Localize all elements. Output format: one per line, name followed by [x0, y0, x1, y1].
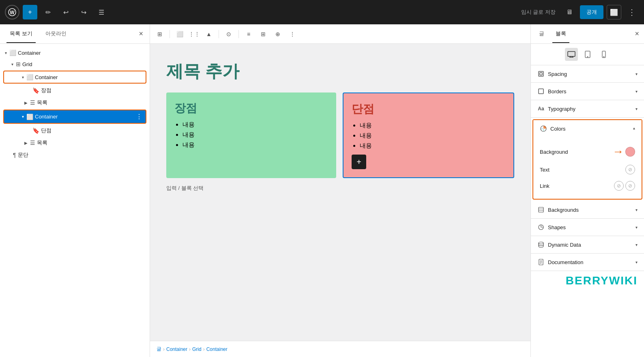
text-color-row: Text ⊘: [540, 161, 635, 178]
green-card[interactable]: 장점 내용 내용 내용: [166, 92, 336, 178]
typography-label: Typography: [548, 106, 575, 112]
breadcrumb-grid[interactable]: Grid: [192, 346, 202, 352]
breadcrumb-container-2[interactable]: Container: [206, 346, 228, 352]
left-panel-tabs: 목록 보기 아웃라인 ×: [0, 24, 150, 44]
background-color-swatch[interactable]: [625, 147, 635, 157]
tree-item-list-2[interactable]: ▶ ☰ 목록: [0, 137, 150, 149]
tree-item-container-1[interactable]: ▾ ⬜ Container: [3, 71, 146, 84]
chevron-down-icon: ▾: [635, 243, 638, 247]
text-color-swatch[interactable]: ⊘: [625, 165, 635, 174]
chevron-down-icon: ▾: [635, 208, 638, 212]
grid-icon: ⊞: [16, 61, 21, 67]
desktop-device-button[interactable]: [565, 48, 578, 61]
tablet-device-button[interactable]: [581, 48, 594, 61]
breadcrumb-container[interactable]: Container: [166, 346, 187, 352]
svg-rect-11: [540, 73, 542, 75]
shapes-icon: [537, 224, 545, 231]
canvas-toolbar: ⊞ ⬜ ⋮⋮ ▲ ⊙ ≡ ⊞ ⊕ ⋮: [150, 24, 530, 44]
more-options-button[interactable]: ⋮: [625, 6, 639, 19]
list-item: 내용: [182, 131, 328, 139]
more-toolbar-button[interactable]: ⋮: [286, 28, 299, 41]
three-dots-icon[interactable]: ⋮: [136, 113, 142, 120]
shapes-header[interactable]: Shapes ▾: [531, 219, 644, 236]
backgrounds-header[interactable]: Backgrounds ▾: [531, 201, 644, 218]
chevron-icon: ▶: [24, 141, 28, 145]
typography-header[interactable]: Aa Typography ▾: [531, 100, 644, 117]
redo-button[interactable]: ↪: [76, 5, 91, 19]
borders-header[interactable]: Borders ▾: [531, 83, 644, 100]
tree-item-danjeom[interactable]: 🔖 단점: [0, 125, 150, 137]
undo-button[interactable]: ↩: [58, 5, 73, 19]
link-color-swatch-2[interactable]: ⊘: [625, 181, 635, 191]
mobile-device-button[interactable]: [597, 48, 610, 61]
green-card-list: 내용 내용 내용: [174, 121, 328, 149]
colors-header[interactable]: Colors ▾: [533, 120, 642, 137]
monitor-icon-button[interactable]: 🖥: [562, 5, 577, 19]
documentation-header[interactable]: Documentation ▾: [531, 254, 644, 271]
canvas-input-hint[interactable]: 입력 / 블록 선택: [166, 185, 204, 192]
svg-rect-14: [539, 207, 543, 212]
tab-list-view[interactable]: 목록 보기: [6, 25, 36, 43]
right-panel: 글 블록 ×: [530, 24, 644, 357]
borders-icon: [537, 88, 545, 95]
tab-post[interactable]: 글: [536, 25, 547, 43]
right-panel-scroll: Spacing ▾ Borders ▾: [531, 65, 644, 357]
separator: [219, 30, 219, 38]
dynamic-data-header[interactable]: Dynamic Data ▾: [531, 236, 644, 253]
wp-logo-icon[interactable]: W: [5, 5, 19, 19]
link-color-swatch-1[interactable]: ⊘: [614, 181, 624, 191]
dynamic-data-section: Dynamic Data ▾: [531, 236, 644, 254]
paragraph-icon: ¶: [13, 152, 16, 158]
chevron-down-icon: ▾: [635, 225, 638, 230]
typography-section: Aa Typography ▾: [531, 100, 644, 118]
list-view-button[interactable]: ☰: [94, 5, 109, 19]
canvas-grid: 장점 내용 내용 내용 단점 내용 내용 내용 +: [166, 92, 514, 178]
right-panel-tabs: 글 블록 ×: [531, 24, 644, 44]
spacing-icon: [537, 70, 545, 77]
page-title[interactable]: 제목 추가: [166, 60, 239, 83]
svg-rect-2: [568, 52, 575, 56]
link-color-row: Link ⊘ ⊘: [540, 178, 635, 194]
svg-point-9: [603, 56, 604, 57]
publish-button[interactable]: 공개: [580, 5, 603, 19]
grid-layout-button[interactable]: ⊞: [257, 28, 270, 41]
add-block-topbar-button[interactable]: +: [23, 5, 37, 19]
grid-view-button[interactable]: ⊞: [153, 28, 166, 41]
select-tool-button[interactable]: ⬜: [173, 28, 186, 41]
add-inner-button[interactable]: ⊕: [271, 28, 284, 41]
background-color-row: Background →: [540, 142, 635, 161]
pencil-button[interactable]: ✏: [41, 5, 55, 19]
align-left-button[interactable]: ≡: [242, 28, 255, 41]
tree-item-grid[interactable]: ▾ ⊞ Grid: [0, 58, 150, 70]
container-icon: ⬜: [9, 49, 16, 56]
dots-grid-button[interactable]: ⋮⋮: [188, 28, 201, 41]
tree-item-jangjeom[interactable]: 🔖 장점: [0, 84, 150, 97]
move-up-button[interactable]: ▲: [202, 28, 215, 41]
left-panel-close-button[interactable]: ×: [139, 30, 143, 38]
drag-button[interactable]: ⊙: [222, 28, 235, 41]
svg-rect-10: [539, 71, 543, 76]
tree-item-list-1[interactable]: ▶ ☰ 목록: [0, 97, 150, 109]
tab-block[interactable]: 블록: [552, 25, 569, 43]
chevron-down-icon: ▾: [635, 72, 638, 76]
breadcrumb-root[interactable]: 글: [157, 346, 161, 353]
sidebar-toggle-button[interactable]: ⬜: [607, 5, 621, 19]
chevron-up-icon: ▾: [633, 127, 635, 131]
spacing-section: Spacing ▾: [531, 65, 644, 83]
borders-section: Borders ▾: [531, 83, 644, 100]
canvas-scroll: 제목 추가 장점 내용 내용 내용 단점 내용: [150, 44, 530, 341]
colors-icon: [540, 125, 547, 132]
tab-outline[interactable]: 아웃라인: [42, 25, 70, 43]
list-icon: ☰: [30, 140, 35, 146]
spacing-header[interactable]: Spacing ▾: [531, 65, 644, 82]
add-block-inside-button[interactable]: +: [352, 155, 366, 169]
breadcrumb-sep: ›: [189, 346, 191, 352]
pink-card[interactable]: 단점 내용 내용 내용 +: [343, 92, 514, 178]
right-panel-close-button[interactable]: ×: [635, 30, 639, 38]
tree-item-mundan[interactable]: ¶ 문단: [0, 149, 150, 161]
bookmark-icon: 🔖: [32, 87, 39, 94]
breadcrumb-sep: ›: [203, 346, 205, 352]
tree-item-container-2[interactable]: ▾ ⬜ Container ⋮: [3, 110, 146, 124]
tree-item-container-root[interactable]: ▾ ⬜ Container: [0, 47, 150, 58]
shapes-section: Shapes ▾: [531, 219, 644, 236]
